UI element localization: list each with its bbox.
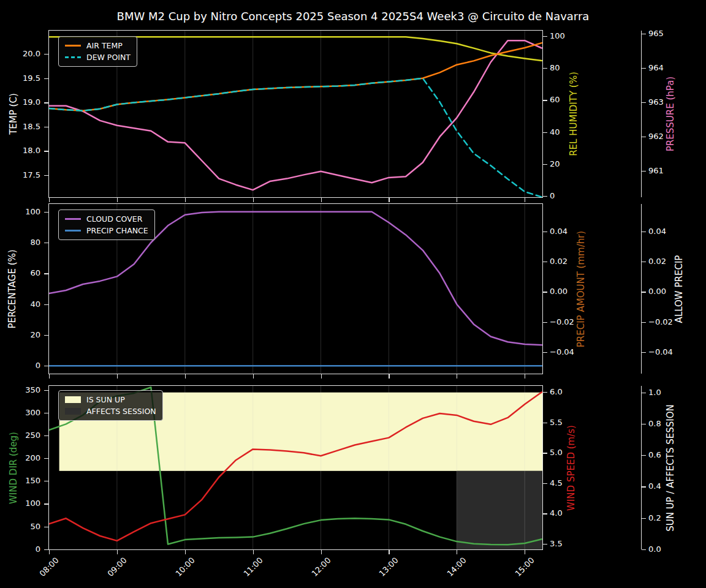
outer-axis-spine <box>641 386 642 549</box>
y-tick-label: 100 <box>550 31 565 41</box>
dew-point-line <box>49 78 542 197</box>
affects-session-band <box>457 471 542 549</box>
y-tick <box>44 481 48 481</box>
outer-axis-title: SUN UP / AFFECTS SESSION <box>665 404 676 532</box>
y-tick-label: 3.5 <box>550 539 563 549</box>
x-tick-label: 13:00 <box>371 556 400 584</box>
y-tick <box>44 503 48 504</box>
y-tick <box>543 164 547 165</box>
y-tick-label: −0.04 <box>648 347 673 357</box>
y-tick <box>44 102 48 103</box>
y-tick-label: 50 <box>9 522 40 532</box>
x-tick-label: 08:00 <box>31 556 60 584</box>
x-tick <box>117 198 118 202</box>
y-tick-label: 5.0 <box>550 448 563 458</box>
y-tick-label: 350 <box>9 385 40 395</box>
y-tick <box>642 455 646 456</box>
x-tick <box>321 550 322 554</box>
y-tick <box>543 292 547 292</box>
y-tick <box>44 366 48 366</box>
legend: CLOUD COVERPRECIP CHANCE <box>58 209 155 240</box>
y-tick <box>642 292 646 292</box>
legend-item: AIR TEMP <box>65 40 131 51</box>
outer-axis-title: PRESSURE (hPa) <box>665 77 676 151</box>
left-axis-title: TEMP (C) <box>8 93 19 135</box>
y-tick-label: 0.6 <box>648 450 661 460</box>
y-tick-label: 0.00 <box>648 287 666 296</box>
y-tick <box>642 549 646 550</box>
x-tick <box>389 550 389 554</box>
legend-item: PRECIP CHANCE <box>65 225 148 236</box>
y-tick-label: 20 <box>9 330 40 340</box>
y-tick <box>543 132 547 133</box>
y-tick <box>543 453 547 453</box>
y-tick <box>543 544 547 545</box>
y-tick-label: 961 <box>648 166 664 176</box>
x-tick <box>49 550 50 554</box>
y-tick <box>543 423 547 423</box>
legend-swatch-is-sun-up <box>65 396 81 403</box>
y-tick <box>642 518 646 519</box>
y-tick <box>642 171 646 172</box>
y-tick <box>44 151 48 151</box>
x-tick-label: 09:00 <box>99 556 128 584</box>
y-tick-label: 17.5 <box>9 170 40 180</box>
y-tick-label: 0.02 <box>648 257 666 266</box>
y-tick <box>44 175 48 176</box>
y-tick <box>642 232 646 232</box>
y-tick <box>642 262 646 262</box>
y-tick <box>44 54 48 55</box>
y-tick <box>44 273 48 274</box>
y-tick-label: 19.5 <box>9 74 40 83</box>
y-tick-label: 4.0 <box>550 508 563 518</box>
y-tick <box>642 322 646 323</box>
y-tick <box>543 513 547 514</box>
y-tick <box>44 304 48 305</box>
legend-item: AFFECTS SESSION <box>65 405 156 417</box>
y-tick-label: 1.0 <box>648 388 661 398</box>
y-tick-label: 60 <box>550 95 560 105</box>
y-tick-label: 962 <box>648 132 664 141</box>
y-tick-label: 20.0 <box>9 49 40 59</box>
y-tick-label: 100 <box>9 207 40 217</box>
x-tick <box>253 550 254 554</box>
x-tick <box>457 374 457 379</box>
x-tick <box>389 198 389 202</box>
x-tick <box>117 550 118 554</box>
y-tick <box>642 102 646 103</box>
y-tick <box>44 335 48 336</box>
y-tick-label: −0.04 <box>550 347 574 357</box>
legend-label: AIR TEMP <box>86 41 123 50</box>
x-tick <box>389 374 389 379</box>
x-tick <box>321 374 322 379</box>
y-tick-label: 0.04 <box>550 227 567 236</box>
y-tick-label: 0.04 <box>648 227 666 236</box>
y-tick-label: −0.02 <box>550 317 574 327</box>
left-axis-title: WIND DIR (deg) <box>8 432 19 504</box>
y-tick <box>44 458 48 459</box>
legend-swatch-affects-session <box>65 408 81 415</box>
right-axis-title: WIND SPEED (m/s) <box>566 425 577 511</box>
y-tick <box>44 549 48 550</box>
y-tick <box>642 137 646 137</box>
x-tick <box>525 550 525 554</box>
x-tick-label: 14:00 <box>439 556 468 584</box>
y-tick-label: 5.5 <box>550 418 563 428</box>
y-tick-label: 0.00 <box>550 287 567 296</box>
right-axis-title: REL HUMIDITY (%) <box>568 72 579 156</box>
y-tick-label: 20 <box>550 159 560 169</box>
y-tick-label: 4.5 <box>550 478 563 488</box>
x-tick-label: 15:00 <box>507 556 536 584</box>
y-tick-label: 300 <box>9 408 40 418</box>
y-tick <box>44 212 48 213</box>
legend-label: DEW POINT <box>86 53 131 62</box>
x-tick <box>525 374 525 379</box>
y-tick-label: 0.0 <box>648 545 661 554</box>
legend: IS SUN UPAFFECTS SESSION <box>58 390 163 421</box>
left-axis-title: PERCENTAGE (%) <box>7 249 18 328</box>
x-tick <box>525 198 525 202</box>
y-tick <box>642 393 646 393</box>
y-tick <box>44 390 48 391</box>
y-tick <box>543 483 547 484</box>
y-tick-label: 963 <box>648 97 664 107</box>
